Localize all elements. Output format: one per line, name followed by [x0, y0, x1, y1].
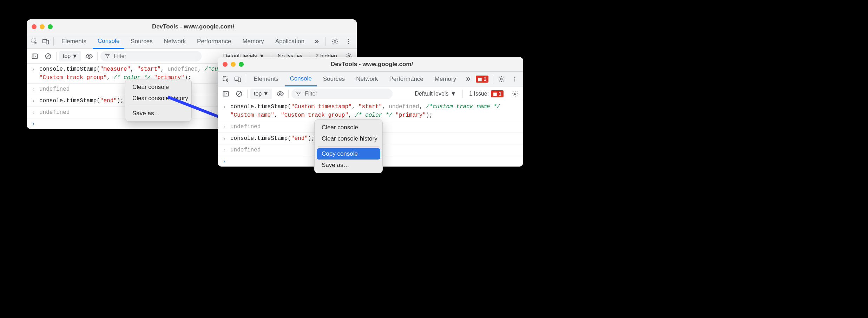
svg-rect-7	[32, 54, 38, 58]
svg-point-4	[348, 39, 349, 40]
devtools-tabbar: Elements Console Sources Network Perform…	[27, 34, 357, 49]
menu-clear-history[interactable]: Clear console history	[127, 93, 189, 104]
settings-icon[interactable]	[496, 73, 507, 85]
filter-input[interactable]	[304, 90, 388, 97]
svg-rect-21	[223, 91, 229, 96]
input-marker-icon	[222, 103, 227, 111]
svg-rect-16	[238, 78, 241, 82]
separator	[288, 90, 289, 98]
tab-elements[interactable]: Elements	[57, 34, 91, 49]
close-window-icon[interactable]	[32, 24, 37, 29]
menu-clear-console[interactable]: Clear console	[317, 122, 380, 133]
sidebar-toggle-icon[interactable]	[29, 51, 40, 61]
kebab-menu-icon[interactable]	[509, 73, 520, 85]
separator	[97, 52, 98, 60]
more-tabs-icon[interactable]	[462, 73, 474, 85]
close-window-icon[interactable]	[223, 62, 228, 67]
tab-application[interactable]: Application	[270, 34, 309, 49]
tab-sources[interactable]: Sources	[318, 72, 350, 86]
tab-sources[interactable]: Sources	[126, 34, 157, 49]
devtools-tabbar: Elements Console Sources Network Perform…	[218, 72, 523, 86]
more-tabs-icon[interactable]	[311, 36, 322, 47]
context-selector[interactable]: top ▼	[250, 89, 272, 99]
svg-point-19	[514, 78, 515, 79]
zoom-window-icon[interactable]	[239, 62, 244, 67]
issues-counter[interactable]: 1 Issue: ◼ 1	[466, 89, 507, 99]
sidebar-toggle-icon[interactable]	[221, 89, 231, 99]
menu-save-as[interactable]: Save as…	[317, 160, 380, 171]
clear-console-icon[interactable]	[234, 89, 244, 99]
chevron-down-icon: ▼	[263, 91, 269, 97]
error-count: 1	[484, 76, 486, 82]
levels-label: Default levels	[415, 91, 448, 97]
minimize-window-icon[interactable]	[40, 24, 45, 29]
prompt-marker-icon	[222, 158, 227, 164]
error-icon: ◼	[478, 76, 482, 82]
input-marker-icon	[31, 65, 36, 73]
tab-memory[interactable]: Memory	[430, 72, 461, 86]
window-title: DevTools - www.google.com/	[53, 23, 334, 30]
output-marker-icon	[31, 85, 36, 93]
svg-point-18	[514, 77, 515, 78]
filter-input[interactable]	[113, 53, 197, 60]
clear-console-icon[interactable]	[43, 51, 53, 61]
svg-point-25	[279, 93, 281, 95]
live-expression-icon[interactable]	[275, 89, 285, 99]
menu-clear-history[interactable]: Clear console history	[317, 133, 380, 144]
tab-network[interactable]: Network	[351, 72, 383, 86]
output-marker-icon	[222, 123, 227, 131]
issues-badge: ◼ 1	[491, 90, 504, 97]
context-label: top	[63, 53, 71, 59]
menu-clear-console[interactable]: Clear console	[127, 82, 189, 93]
svg-point-5	[348, 41, 349, 42]
live-expression-icon[interactable]	[84, 51, 94, 61]
device-toggle-icon[interactable]	[232, 73, 243, 85]
tab-console[interactable]: Console	[285, 72, 316, 86]
svg-point-11	[88, 55, 90, 57]
menu-save-as[interactable]: Save as…	[127, 108, 189, 119]
filter-icon	[105, 53, 110, 59]
window-titlebar: DevTools - www.google.com/	[218, 57, 523, 72]
context-label: top	[254, 91, 262, 97]
svg-line-24	[237, 92, 241, 96]
svg-point-17	[501, 78, 502, 80]
zoom-window-icon[interactable]	[48, 24, 53, 29]
context-selector[interactable]: top ▼	[59, 51, 81, 61]
issues-label: 1 Issue:	[469, 91, 489, 97]
inspect-icon[interactable]	[29, 36, 39, 47]
inspect-icon[interactable]	[221, 73, 231, 85]
console-settings-icon[interactable]	[510, 89, 520, 99]
traffic-lights	[223, 62, 244, 67]
chevron-down-icon: ▼	[72, 53, 78, 59]
input-marker-icon	[222, 134, 227, 143]
svg-line-10	[46, 54, 50, 58]
svg-point-26	[514, 93, 516, 95]
tab-memory[interactable]: Memory	[237, 34, 269, 49]
tab-network[interactable]: Network	[159, 34, 191, 49]
output-marker-icon	[222, 146, 227, 154]
separator	[53, 37, 54, 46]
chevron-down-icon: ▼	[451, 91, 456, 97]
filter-box[interactable]	[100, 51, 202, 61]
input-marker-icon	[31, 97, 36, 105]
output-marker-icon	[31, 108, 36, 117]
settings-icon[interactable]	[329, 36, 341, 47]
menu-copy-console[interactable]: Copy console	[317, 148, 380, 160]
log-text: console.timeStamp("Custom timestamp", "s…	[230, 103, 519, 119]
traffic-lights	[32, 24, 53, 29]
device-toggle-icon[interactable]	[41, 36, 51, 47]
minimize-window-icon[interactable]	[231, 62, 236, 67]
filter-box[interactable]	[291, 89, 393, 99]
tab-performance[interactable]: Performance	[384, 72, 428, 86]
log-entry[interactable]: console.timeStamp("Custom timestamp", "s…	[218, 101, 523, 121]
kebab-menu-icon[interactable]	[343, 36, 354, 47]
tab-elements[interactable]: Elements	[249, 72, 284, 86]
devtools-window-right: DevTools - www.google.com/ Elements Cons…	[218, 57, 523, 167]
prompt-marker-icon	[31, 121, 36, 127]
tab-console[interactable]: Console	[93, 34, 124, 49]
window-title: DevTools - www.google.com/	[244, 61, 500, 68]
error-icon: ◼	[493, 91, 497, 97]
tab-performance[interactable]: Performance	[192, 34, 236, 49]
log-levels-selector[interactable]: Default levels ▼	[411, 89, 460, 99]
error-badge[interactable]: ◼ 1	[476, 76, 488, 83]
